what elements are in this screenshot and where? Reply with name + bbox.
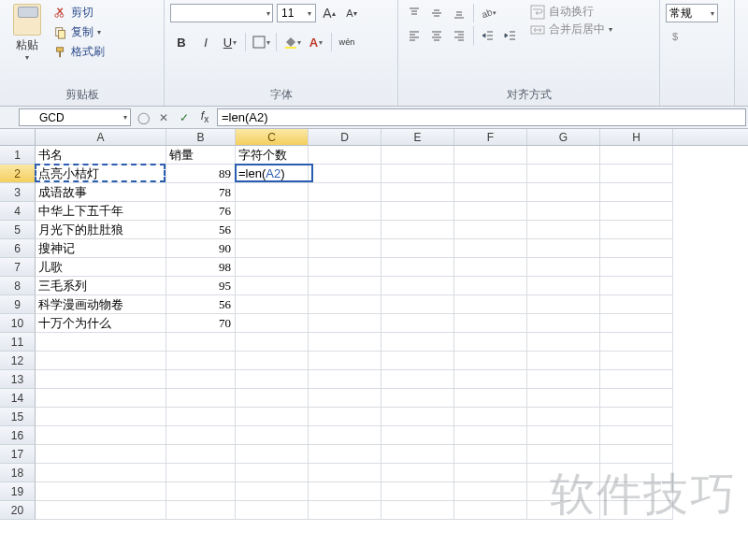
- cell-D14[interactable]: [309, 389, 381, 408]
- grow-font-button[interactable]: A▴: [320, 4, 338, 22]
- cell-D16[interactable]: [309, 426, 381, 445]
- select-all-corner[interactable]: [0, 129, 36, 145]
- align-middle-button[interactable]: [426, 4, 447, 22]
- cell-D20[interactable]: [309, 501, 381, 520]
- format-painter-button[interactable]: 格式刷: [52, 43, 107, 61]
- cell-E5[interactable]: [381, 221, 454, 239]
- cell-C6[interactable]: [236, 239, 309, 258]
- copy-button[interactable]: 复制 ▾: [52, 23, 107, 41]
- align-top-button[interactable]: [404, 4, 424, 22]
- chevron-down-icon[interactable]: ▾: [123, 113, 127, 122]
- cell-B11[interactable]: [166, 333, 236, 352]
- font-color-button[interactable]: A▾: [305, 32, 327, 52]
- cell-H14[interactable]: [600, 389, 673, 408]
- cell-B16[interactable]: [166, 426, 236, 445]
- cell-A6[interactable]: 搜神记: [36, 239, 166, 258]
- cell-B5[interactable]: 56: [166, 221, 236, 239]
- paste-button[interactable]: 粘贴 ▾: [6, 2, 49, 85]
- cell-D12[interactable]: [309, 352, 381, 370]
- accept-formula-button[interactable]: ✓: [176, 111, 193, 124]
- cell-H15[interactable]: [600, 408, 673, 426]
- cell-F20[interactable]: [454, 501, 527, 520]
- cell-B15[interactable]: [166, 408, 236, 426]
- chevron-down-icon[interactable]: ▾: [97, 28, 101, 36]
- cell-C3[interactable]: [236, 183, 309, 202]
- font-name-select[interactable]: ▾: [170, 4, 273, 22]
- cell-A16[interactable]: [36, 426, 166, 445]
- cell-H7[interactable]: [600, 258, 673, 277]
- cell-A2[interactable]: 点亮小桔灯: [36, 165, 166, 183]
- cell-F18[interactable]: [454, 464, 527, 482]
- cell-G14[interactable]: [527, 389, 600, 408]
- cell-A10[interactable]: 十万个为什么: [36, 314, 166, 333]
- cell-H2[interactable]: [600, 165, 673, 183]
- cell-A17[interactable]: [36, 445, 166, 464]
- cell-B7[interactable]: 98: [166, 258, 236, 277]
- cell-E15[interactable]: [381, 408, 454, 426]
- cut-button[interactable]: 剪切: [52, 4, 107, 22]
- cell-B10[interactable]: 70: [166, 314, 236, 333]
- cell-D8[interactable]: [309, 277, 381, 295]
- cell-G4[interactable]: [527, 202, 600, 221]
- cell-D13[interactable]: [309, 370, 381, 389]
- fill-color-button[interactable]: ▾: [280, 32, 303, 52]
- cell-F6[interactable]: [454, 239, 527, 258]
- cell-H10[interactable]: [600, 314, 673, 333]
- cell-A12[interactable]: [36, 352, 166, 370]
- cell-H17[interactable]: [600, 445, 673, 464]
- cell-B12[interactable]: [166, 352, 236, 370]
- cell-G2[interactable]: [527, 165, 600, 183]
- cell-A3[interactable]: 成语故事: [36, 183, 166, 202]
- cell-A18[interactable]: [36, 464, 166, 482]
- cell-C4[interactable]: [236, 202, 309, 221]
- cell-B14[interactable]: [166, 389, 236, 408]
- cell-E6[interactable]: [381, 239, 454, 258]
- cell-C8[interactable]: [236, 277, 309, 295]
- cell-C7[interactable]: [236, 258, 309, 277]
- cell-G17[interactable]: [527, 445, 600, 464]
- cell-F1[interactable]: [454, 146, 527, 165]
- row-header[interactable]: 2: [0, 165, 36, 183]
- increase-indent-button[interactable]: [500, 26, 521, 45]
- row-header[interactable]: 19: [0, 482, 36, 501]
- cell-H13[interactable]: [600, 370, 673, 389]
- cell-H1[interactable]: [600, 146, 673, 165]
- cell-B8[interactable]: 95: [166, 277, 236, 295]
- italic-button[interactable]: I: [194, 32, 217, 52]
- cell-F15[interactable]: [454, 408, 527, 426]
- row-header[interactable]: 9: [0, 295, 36, 314]
- cell-D18[interactable]: [309, 464, 381, 482]
- align-right-button[interactable]: [449, 26, 469, 45]
- cell-H8[interactable]: [600, 277, 673, 295]
- cell-E20[interactable]: [381, 501, 454, 520]
- cell-F10[interactable]: [454, 314, 527, 333]
- cell-E17[interactable]: [381, 445, 454, 464]
- font-size-select[interactable]: 11▾: [277, 4, 316, 22]
- cell-C10[interactable]: [236, 314, 309, 333]
- cell-G18[interactable]: [527, 464, 600, 482]
- cell-H9[interactable]: [600, 295, 673, 314]
- cell-D7[interactable]: [309, 258, 381, 277]
- cell-C13[interactable]: [236, 370, 309, 389]
- cell-H20[interactable]: [600, 501, 673, 520]
- cell-D11[interactable]: [309, 333, 381, 352]
- cell-G13[interactable]: [527, 370, 600, 389]
- cell-C16[interactable]: [236, 426, 309, 445]
- cell-H18[interactable]: [600, 464, 673, 482]
- cell-B18[interactable]: [166, 464, 236, 482]
- cell-G8[interactable]: [527, 277, 600, 295]
- cell-B20[interactable]: [166, 501, 236, 520]
- cell-H12[interactable]: [600, 352, 673, 370]
- cell-A9[interactable]: 科学漫画动物卷: [36, 295, 166, 314]
- cell-B6[interactable]: 90: [166, 239, 236, 258]
- cell-A5[interactable]: 月光下的肚肚狼: [36, 221, 166, 239]
- cell-D5[interactable]: [309, 221, 381, 239]
- cell-G3[interactable]: [527, 183, 600, 202]
- cell-E19[interactable]: [381, 482, 454, 501]
- cell-E18[interactable]: [381, 464, 454, 482]
- column-header-C[interactable]: C: [236, 129, 309, 145]
- cell-F2[interactable]: [454, 165, 527, 183]
- cell-D1[interactable]: [309, 146, 381, 165]
- row-header[interactable]: 15: [0, 408, 36, 426]
- cell-E3[interactable]: [381, 183, 454, 202]
